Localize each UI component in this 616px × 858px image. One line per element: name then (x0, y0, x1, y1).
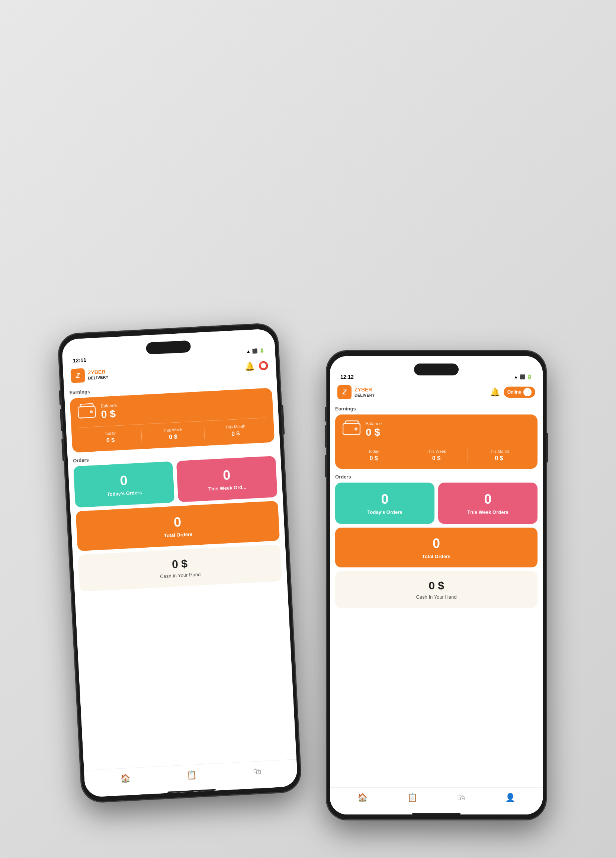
earnings-divider-front (343, 444, 530, 444)
brand-name-front: ZYBER (354, 387, 375, 393)
logo-area-front: Z ZYBER DELIVERY (337, 385, 375, 399)
stat-month-back: This Month 0 $ (204, 423, 267, 439)
todays-orders-label-back: Today's Orders (107, 490, 142, 497)
earnings-top-back: Balance 0 $ (78, 394, 265, 422)
week-orders-card-front[interactable]: 0 This Week Orders (438, 483, 537, 524)
stat-week-back: This Week 0 $ (141, 426, 204, 442)
stat-month-front: This Month 0 $ (468, 449, 530, 462)
todays-orders-card-back[interactable]: 0 Today's Orders (73, 462, 174, 508)
logo-icon-front: Z (337, 385, 352, 399)
logo-area-back: Z ZYBER DELIVERY (70, 367, 108, 383)
orders-grid-back: 0 Today's Orders 0 This Week Ord... (73, 456, 278, 508)
front-phone-screen: 12:12 ▲ ⬛ 🔋 Z ZYBER D (330, 356, 543, 814)
svg-point-3 (354, 427, 357, 431)
stat-today-front: Today 0 $ (343, 449, 405, 462)
online-toggle-front[interactable]: Online (504, 387, 535, 398)
total-orders-card-front[interactable]: 0 Total Orders (335, 528, 537, 567)
power-button (281, 405, 285, 435)
orders-section-label-front: Orders (335, 474, 537, 480)
toggle-circle-front (523, 388, 532, 396)
header-right-back: 🔔 ⭕ (244, 361, 268, 372)
scene: 12:11 ▲ ⬛ 🔋 Z ZYBER D (48, 38, 568, 820)
nav-bag-front[interactable]: 🛍 (452, 791, 470, 804)
bottom-nav-front: 🏠 📋 🛍 👤 (330, 787, 543, 811)
week-orders-num-back: 0 (222, 467, 231, 483)
logo-text-back: ZYBER DELIVERY (88, 369, 109, 380)
nav-home-back[interactable]: 🏠 (115, 772, 136, 785)
today-value-back: 0 $ (79, 435, 142, 445)
week-orders-card-back[interactable]: 0 This Week Ord... (176, 456, 278, 502)
time-back: 12:11 (73, 357, 87, 364)
month-value-front: 0 $ (468, 455, 530, 462)
nav-profile-front[interactable]: 👤 (500, 791, 520, 804)
stat-week-front: This Week 0 $ (405, 449, 467, 462)
svg-rect-0 (78, 406, 96, 418)
balance-label-front: Balance (366, 421, 382, 426)
svg-point-1 (90, 410, 93, 413)
time-front: 12:12 (340, 374, 354, 380)
circle-icon-back: ⭕ (258, 361, 268, 371)
week-label-front: This Week (405, 449, 467, 454)
total-orders-label-front: Total Orders (422, 553, 450, 559)
month-value-back: 0 $ (204, 429, 267, 439)
bell-icon-front[interactable]: 🔔 (490, 387, 500, 397)
balance-value-front: 0 $ (366, 426, 382, 438)
cash-card-front: 0 $ Cash In Your Hand (335, 571, 537, 608)
status-icons-back: ▲ ⬛ 🔋 (246, 348, 265, 354)
nav-home-front[interactable]: 🏠 (352, 791, 373, 804)
dynamic-island-front (414, 364, 459, 375)
logo-icon-back: Z (70, 368, 85, 383)
total-orders-num-front: 0 (433, 536, 440, 552)
month-label-front: This Month (468, 449, 530, 454)
wallet-icon-front (343, 420, 360, 439)
cash-label-front: Cash In Your Hand (416, 594, 456, 600)
brand-sub-back: DELIVERY (88, 375, 108, 380)
earnings-top-front: Balance 0 $ (343, 420, 530, 439)
week-value-front: 0 $ (405, 455, 467, 462)
earnings-card-front: Balance 0 $ Today 0 $ (335, 415, 537, 469)
total-orders-card-back[interactable]: 0 Total Orders (76, 501, 280, 551)
stat-today-back: Today 0 $ (79, 429, 142, 445)
cash-card-back: 0 $ Cash In Your Hand (78, 544, 282, 592)
status-icons-front: ▲ ⬛ 🔋 (514, 374, 532, 379)
nav-bag-back[interactable]: 🛍 (248, 765, 267, 779)
scroll-content-back[interactable]: Earnings (64, 377, 296, 771)
vol-down-button (61, 439, 64, 461)
todays-orders-label-front: Today's Orders (368, 509, 402, 515)
earnings-stats-front: Today 0 $ This Week 0 $ This Month (343, 449, 530, 462)
bell-icon-back[interactable]: 🔔 (244, 362, 255, 372)
today-label-front: Today (343, 449, 405, 454)
balance-value-back: 0 $ (101, 408, 118, 420)
cash-value-front: 0 $ (428, 579, 444, 592)
silent-switch-front (325, 407, 327, 421)
vol-up-button-front (325, 425, 327, 448)
week-value-back: 0 $ (142, 432, 204, 442)
todays-orders-card-front[interactable]: 0 Today's Orders (335, 483, 434, 524)
today-value-front: 0 $ (343, 455, 405, 462)
todays-orders-num-front: 0 (381, 491, 388, 507)
svg-rect-2 (343, 423, 360, 435)
earnings-section-label-front: Earnings (335, 406, 537, 412)
scroll-content-front[interactable]: Earnings Bal (330, 404, 543, 787)
nav-list-back[interactable]: 📋 (181, 768, 202, 782)
todays-orders-num-back: 0 (120, 473, 128, 488)
nav-list-front[interactable]: 📋 (402, 791, 422, 804)
cash-label-back: Cash In Your Hand (160, 572, 201, 579)
wallet-icon-back (78, 403, 96, 422)
back-phone-screen: 12:11 ▲ ⬛ 🔋 Z ZYBER D (61, 328, 298, 797)
header-right-front: 🔔 Online (490, 387, 535, 398)
phone-front: 12:12 ▲ ⬛ 🔋 Z ZYBER D (327, 351, 546, 820)
balance-area-back: Balance 0 $ (101, 403, 118, 420)
cash-value-back: 0 $ (171, 557, 188, 571)
brand-sub-front: DELIVERY (354, 393, 375, 397)
app-back: 12:11 ▲ ⬛ 🔋 Z ZYBER D (61, 328, 298, 797)
header-front: Z ZYBER DELIVERY 🔔 Online (330, 382, 543, 404)
week-orders-num-front: 0 (484, 491, 491, 507)
vol-down-button-front (325, 455, 327, 477)
vol-up-button (60, 409, 63, 431)
logo-text-front: ZYBER DELIVERY (354, 387, 375, 397)
home-indicator-front (412, 813, 461, 814)
app-front: 12:12 ▲ ⬛ 🔋 Z ZYBER D (330, 356, 543, 814)
balance-area-front: Balance 0 $ (366, 421, 382, 438)
total-orders-num-back: 0 (173, 514, 182, 530)
